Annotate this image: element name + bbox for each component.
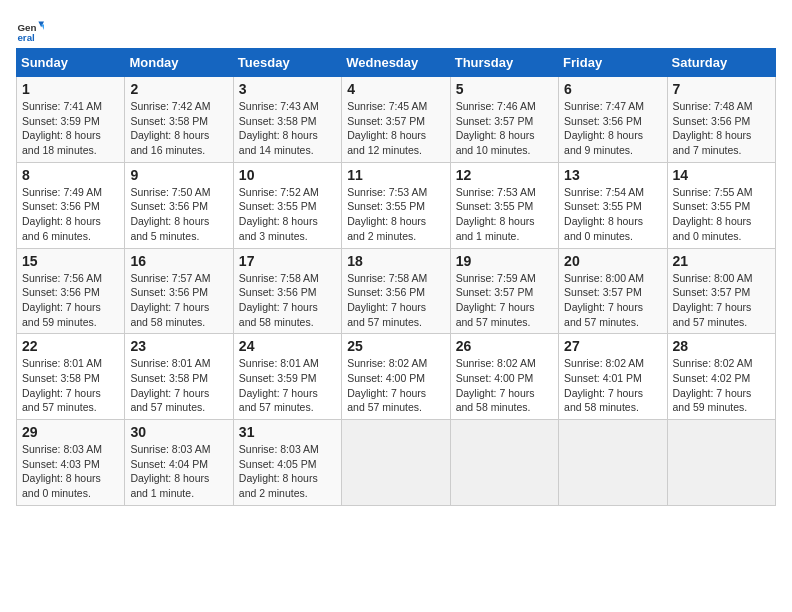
calendar-cell: 16 Sunrise: 7:57 AM Sunset: 3:56 PM Dayl… — [125, 248, 233, 334]
day-number: 28 — [673, 338, 770, 354]
day-info: Sunrise: 7:42 AM Sunset: 3:58 PM Dayligh… — [130, 99, 227, 158]
day-number: 26 — [456, 338, 553, 354]
dow-wednesday: Wednesday — [342, 49, 450, 77]
day-number: 21 — [673, 253, 770, 269]
day-number: 17 — [239, 253, 336, 269]
calendar-cell: 3 Sunrise: 7:43 AM Sunset: 3:58 PM Dayli… — [233, 77, 341, 163]
day-info: Sunrise: 7:48 AM Sunset: 3:56 PM Dayligh… — [673, 99, 770, 158]
calendar-cell: 2 Sunrise: 7:42 AM Sunset: 3:58 PM Dayli… — [125, 77, 233, 163]
calendar-cell: 18 Sunrise: 7:58 AM Sunset: 3:56 PM Dayl… — [342, 248, 450, 334]
day-number: 27 — [564, 338, 661, 354]
day-info: Sunrise: 7:58 AM Sunset: 3:56 PM Dayligh… — [239, 271, 336, 330]
dow-saturday: Saturday — [667, 49, 775, 77]
calendar-cell: 4 Sunrise: 7:45 AM Sunset: 3:57 PM Dayli… — [342, 77, 450, 163]
day-number: 12 — [456, 167, 553, 183]
calendar-cell: 1 Sunrise: 7:41 AM Sunset: 3:59 PM Dayli… — [17, 77, 125, 163]
day-info: Sunrise: 7:56 AM Sunset: 3:56 PM Dayligh… — [22, 271, 119, 330]
day-info: Sunrise: 8:01 AM Sunset: 3:58 PM Dayligh… — [22, 356, 119, 415]
svg-text:eral: eral — [17, 32, 35, 43]
calendar-cell — [559, 420, 667, 506]
day-info: Sunrise: 7:58 AM Sunset: 3:56 PM Dayligh… — [347, 271, 444, 330]
day-info: Sunrise: 7:53 AM Sunset: 3:55 PM Dayligh… — [347, 185, 444, 244]
day-number: 4 — [347, 81, 444, 97]
calendar-cell: 12 Sunrise: 7:53 AM Sunset: 3:55 PM Dayl… — [450, 162, 558, 248]
day-info: Sunrise: 7:43 AM Sunset: 3:58 PM Dayligh… — [239, 99, 336, 158]
day-info: Sunrise: 8:03 AM Sunset: 4:03 PM Dayligh… — [22, 442, 119, 501]
calendar-cell: 11 Sunrise: 7:53 AM Sunset: 3:55 PM Dayl… — [342, 162, 450, 248]
day-number: 16 — [130, 253, 227, 269]
day-info: Sunrise: 7:55 AM Sunset: 3:55 PM Dayligh… — [673, 185, 770, 244]
day-info: Sunrise: 7:41 AM Sunset: 3:59 PM Dayligh… — [22, 99, 119, 158]
day-number: 22 — [22, 338, 119, 354]
day-number: 8 — [22, 167, 119, 183]
dow-thursday: Thursday — [450, 49, 558, 77]
day-number: 18 — [347, 253, 444, 269]
day-number: 15 — [22, 253, 119, 269]
calendar-cell — [667, 420, 775, 506]
day-number: 31 — [239, 424, 336, 440]
day-number: 2 — [130, 81, 227, 97]
calendar-cell: 13 Sunrise: 7:54 AM Sunset: 3:55 PM Dayl… — [559, 162, 667, 248]
calendar-cell: 28 Sunrise: 8:02 AM Sunset: 4:02 PM Dayl… — [667, 334, 775, 420]
day-info: Sunrise: 8:01 AM Sunset: 3:59 PM Dayligh… — [239, 356, 336, 415]
day-number: 24 — [239, 338, 336, 354]
calendar-cell: 22 Sunrise: 8:01 AM Sunset: 3:58 PM Dayl… — [17, 334, 125, 420]
calendar-cell: 26 Sunrise: 8:02 AM Sunset: 4:00 PM Dayl… — [450, 334, 558, 420]
calendar-cell: 31 Sunrise: 8:03 AM Sunset: 4:05 PM Dayl… — [233, 420, 341, 506]
day-info: Sunrise: 7:50 AM Sunset: 3:56 PM Dayligh… — [130, 185, 227, 244]
dow-monday: Monday — [125, 49, 233, 77]
calendar-cell: 24 Sunrise: 8:01 AM Sunset: 3:59 PM Dayl… — [233, 334, 341, 420]
day-number: 9 — [130, 167, 227, 183]
calendar-cell: 15 Sunrise: 7:56 AM Sunset: 3:56 PM Dayl… — [17, 248, 125, 334]
day-info: Sunrise: 7:53 AM Sunset: 3:55 PM Dayligh… — [456, 185, 553, 244]
calendar-cell: 10 Sunrise: 7:52 AM Sunset: 3:55 PM Dayl… — [233, 162, 341, 248]
calendar-cell: 9 Sunrise: 7:50 AM Sunset: 3:56 PM Dayli… — [125, 162, 233, 248]
day-info: Sunrise: 8:00 AM Sunset: 3:57 PM Dayligh… — [673, 271, 770, 330]
calendar-cell: 14 Sunrise: 7:55 AM Sunset: 3:55 PM Dayl… — [667, 162, 775, 248]
day-info: Sunrise: 8:03 AM Sunset: 4:04 PM Dayligh… — [130, 442, 227, 501]
calendar-cell: 29 Sunrise: 8:03 AM Sunset: 4:03 PM Dayl… — [17, 420, 125, 506]
calendar-cell: 21 Sunrise: 8:00 AM Sunset: 3:57 PM Dayl… — [667, 248, 775, 334]
day-number: 11 — [347, 167, 444, 183]
day-info: Sunrise: 7:52 AM Sunset: 3:55 PM Dayligh… — [239, 185, 336, 244]
day-number: 19 — [456, 253, 553, 269]
day-info: Sunrise: 8:02 AM Sunset: 4:00 PM Dayligh… — [347, 356, 444, 415]
calendar-cell: 8 Sunrise: 7:49 AM Sunset: 3:56 PM Dayli… — [17, 162, 125, 248]
day-number: 14 — [673, 167, 770, 183]
day-number: 1 — [22, 81, 119, 97]
calendar-cell: 20 Sunrise: 8:00 AM Sunset: 3:57 PM Dayl… — [559, 248, 667, 334]
day-number: 20 — [564, 253, 661, 269]
logo: Gen eral — [16, 16, 48, 44]
dow-sunday: Sunday — [17, 49, 125, 77]
day-info: Sunrise: 7:45 AM Sunset: 3:57 PM Dayligh… — [347, 99, 444, 158]
day-info: Sunrise: 7:46 AM Sunset: 3:57 PM Dayligh… — [456, 99, 553, 158]
dow-friday: Friday — [559, 49, 667, 77]
day-number: 25 — [347, 338, 444, 354]
day-number: 7 — [673, 81, 770, 97]
calendar-cell: 30 Sunrise: 8:03 AM Sunset: 4:04 PM Dayl… — [125, 420, 233, 506]
calendar-table: SundayMondayTuesdayWednesdayThursdayFrid… — [16, 48, 776, 506]
day-number: 23 — [130, 338, 227, 354]
day-info: Sunrise: 8:02 AM Sunset: 4:02 PM Dayligh… — [673, 356, 770, 415]
calendar-cell: 19 Sunrise: 7:59 AM Sunset: 3:57 PM Dayl… — [450, 248, 558, 334]
logo-icon: Gen eral — [16, 16, 44, 44]
day-info: Sunrise: 8:01 AM Sunset: 3:58 PM Dayligh… — [130, 356, 227, 415]
day-info: Sunrise: 7:49 AM Sunset: 3:56 PM Dayligh… — [22, 185, 119, 244]
day-info: Sunrise: 7:59 AM Sunset: 3:57 PM Dayligh… — [456, 271, 553, 330]
day-info: Sunrise: 8:00 AM Sunset: 3:57 PM Dayligh… — [564, 271, 661, 330]
day-number: 29 — [22, 424, 119, 440]
day-number: 6 — [564, 81, 661, 97]
calendar-cell: 27 Sunrise: 8:02 AM Sunset: 4:01 PM Dayl… — [559, 334, 667, 420]
day-info: Sunrise: 7:57 AM Sunset: 3:56 PM Dayligh… — [130, 271, 227, 330]
day-info: Sunrise: 8:03 AM Sunset: 4:05 PM Dayligh… — [239, 442, 336, 501]
calendar-cell: 7 Sunrise: 7:48 AM Sunset: 3:56 PM Dayli… — [667, 77, 775, 163]
calendar-cell: 5 Sunrise: 7:46 AM Sunset: 3:57 PM Dayli… — [450, 77, 558, 163]
calendar-cell: 23 Sunrise: 8:01 AM Sunset: 3:58 PM Dayl… — [125, 334, 233, 420]
dow-tuesday: Tuesday — [233, 49, 341, 77]
calendar-cell — [342, 420, 450, 506]
page-header: Gen eral — [16, 16, 776, 44]
day-number: 3 — [239, 81, 336, 97]
calendar-cell — [450, 420, 558, 506]
calendar-cell: 25 Sunrise: 8:02 AM Sunset: 4:00 PM Dayl… — [342, 334, 450, 420]
day-info: Sunrise: 8:02 AM Sunset: 4:00 PM Dayligh… — [456, 356, 553, 415]
